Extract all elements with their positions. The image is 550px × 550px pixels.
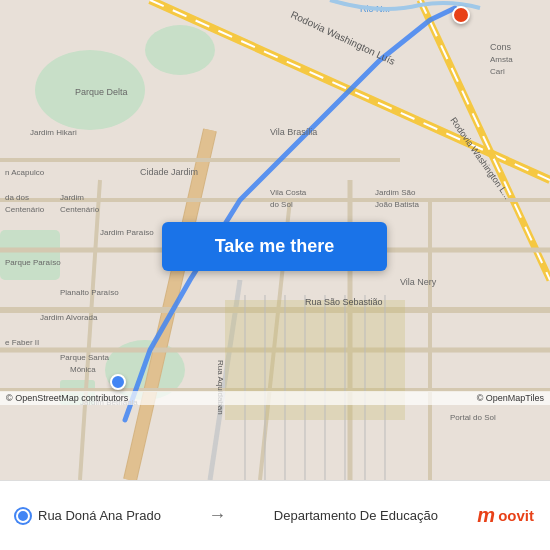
svg-text:Cons: Cons xyxy=(490,42,512,52)
svg-text:Centenário: Centenário xyxy=(5,205,45,214)
svg-text:Planalto Paraíso: Planalto Paraíso xyxy=(60,288,119,297)
svg-text:n Acapulco: n Acapulco xyxy=(5,168,45,177)
svg-rect-24 xyxy=(225,340,405,380)
origin-dot xyxy=(16,509,30,523)
map-container: Rodovia Washington Luís Rodovia Washingt… xyxy=(0,0,550,480)
svg-text:Mônica: Mônica xyxy=(70,365,96,374)
svg-rect-3 xyxy=(0,230,60,280)
svg-text:Vila Costa: Vila Costa xyxy=(270,188,307,197)
svg-text:Jardim Alvorada: Jardim Alvorada xyxy=(40,313,98,322)
attribution-left: © OpenStreetMap contributors xyxy=(6,393,128,403)
svg-text:Parque Santa: Parque Santa xyxy=(60,353,109,362)
svg-text:João Batista: João Batista xyxy=(375,200,420,209)
svg-text:Rua São Sebastião: Rua São Sebastião xyxy=(305,297,383,307)
svg-text:Jardim Paraíso: Jardim Paraíso xyxy=(100,228,154,237)
destination-pin xyxy=(452,6,470,24)
origin-pin xyxy=(110,374,126,390)
svg-text:e Faber II: e Faber II xyxy=(5,338,39,347)
attribution-right: © OpenMapTiles xyxy=(477,393,544,403)
svg-text:Carl: Carl xyxy=(490,67,505,76)
svg-text:Jardim Hikari: Jardim Hikari xyxy=(30,128,77,137)
moovit-logo: m oovit xyxy=(477,504,534,527)
origin-pin-circle xyxy=(110,374,126,390)
svg-text:Portal do Sol: Portal do Sol xyxy=(450,413,496,422)
moovit-wordmark: oovit xyxy=(498,507,534,524)
svg-point-2 xyxy=(145,25,215,75)
from-label: Rua Doná Ana Prado xyxy=(38,508,161,523)
svg-text:da dos: da dos xyxy=(5,193,29,202)
svg-text:Jardim: Jardim xyxy=(60,193,84,202)
svg-text:Cidade Jardim: Cidade Jardim xyxy=(140,167,198,177)
svg-text:Parque Paraíso: Parque Paraíso xyxy=(5,258,61,267)
bottom-bar: Rua Doná Ana Prado → Departamento De Edu… xyxy=(0,480,550,550)
take-me-there-button[interactable]: Take me there xyxy=(162,222,387,271)
destination-pin-circle xyxy=(452,6,470,24)
map-attribution: © OpenStreetMap contributors © OpenMapTi… xyxy=(0,391,550,405)
to-label: Departamento De Educação xyxy=(274,508,438,523)
svg-text:do Sol: do Sol xyxy=(270,200,293,209)
svg-text:Centenário: Centenário xyxy=(60,205,100,214)
svg-text:Parque Delta: Parque Delta xyxy=(75,87,128,97)
svg-text:Vila Nery: Vila Nery xyxy=(400,277,437,287)
moovit-m-letter: m xyxy=(477,504,495,527)
arrow-icon: → xyxy=(208,505,226,526)
svg-text:Vila Brasília: Vila Brasília xyxy=(270,127,317,137)
svg-text:Amsta: Amsta xyxy=(490,55,513,64)
svg-text:Rua Aquidaban: Rua Aquidaban xyxy=(216,360,225,415)
route-from: Rua Doná Ana Prado xyxy=(16,508,161,523)
svg-text:Jardim São: Jardim São xyxy=(375,188,416,197)
